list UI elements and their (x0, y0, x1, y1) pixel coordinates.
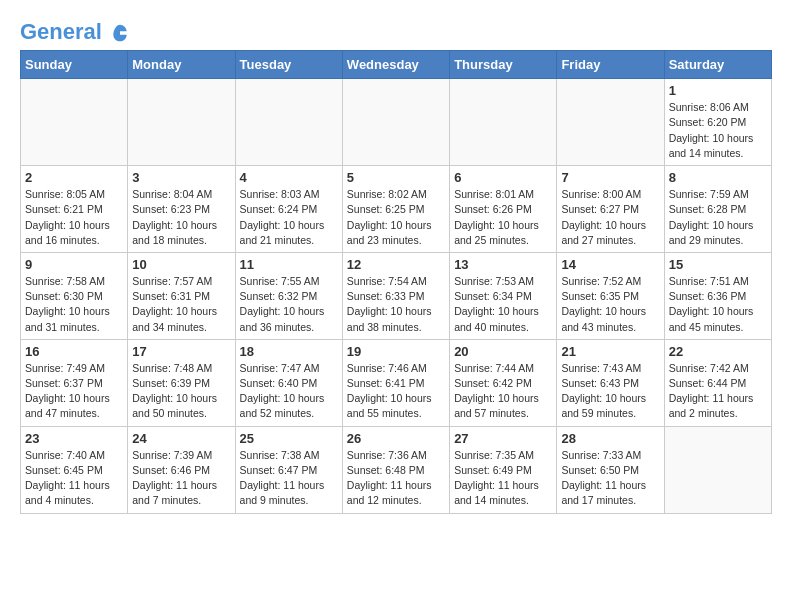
calendar-cell: 5Sunrise: 8:02 AM Sunset: 6:25 PM Daylig… (342, 166, 449, 253)
day-info: Sunrise: 7:47 AM Sunset: 6:40 PM Dayligh… (240, 361, 338, 422)
day-number: 3 (132, 170, 230, 185)
calendar-cell: 11Sunrise: 7:55 AM Sunset: 6:32 PM Dayli… (235, 252, 342, 339)
day-info: Sunrise: 7:33 AM Sunset: 6:50 PM Dayligh… (561, 448, 659, 509)
day-info: Sunrise: 8:04 AM Sunset: 6:23 PM Dayligh… (132, 187, 230, 248)
calendar-cell: 19Sunrise: 7:46 AM Sunset: 6:41 PM Dayli… (342, 339, 449, 426)
day-info: Sunrise: 8:01 AM Sunset: 6:26 PM Dayligh… (454, 187, 552, 248)
day-info: Sunrise: 7:42 AM Sunset: 6:44 PM Dayligh… (669, 361, 767, 422)
logo-icon (110, 23, 130, 43)
week-row-2: 2Sunrise: 8:05 AM Sunset: 6:21 PM Daylig… (21, 166, 772, 253)
calendar-cell: 18Sunrise: 7:47 AM Sunset: 6:40 PM Dayli… (235, 339, 342, 426)
calendar-cell: 17Sunrise: 7:48 AM Sunset: 6:39 PM Dayli… (128, 339, 235, 426)
week-row-4: 16Sunrise: 7:49 AM Sunset: 6:37 PM Dayli… (21, 339, 772, 426)
day-number: 17 (132, 344, 230, 359)
day-number: 23 (25, 431, 123, 446)
day-number: 2 (25, 170, 123, 185)
day-info: Sunrise: 8:00 AM Sunset: 6:27 PM Dayligh… (561, 187, 659, 248)
day-number: 9 (25, 257, 123, 272)
day-info: Sunrise: 7:57 AM Sunset: 6:31 PM Dayligh… (132, 274, 230, 335)
calendar-cell: 6Sunrise: 8:01 AM Sunset: 6:26 PM Daylig… (450, 166, 557, 253)
day-info: Sunrise: 7:35 AM Sunset: 6:49 PM Dayligh… (454, 448, 552, 509)
calendar-cell (235, 79, 342, 166)
day-number: 16 (25, 344, 123, 359)
calendar-header: SundayMondayTuesdayWednesdayThursdayFrid… (21, 51, 772, 79)
day-number: 18 (240, 344, 338, 359)
header-day-saturday: Saturday (664, 51, 771, 79)
calendar-cell: 3Sunrise: 8:04 AM Sunset: 6:23 PM Daylig… (128, 166, 235, 253)
day-info: Sunrise: 8:06 AM Sunset: 6:20 PM Dayligh… (669, 100, 767, 161)
header-row: SundayMondayTuesdayWednesdayThursdayFrid… (21, 51, 772, 79)
day-number: 20 (454, 344, 552, 359)
header-day-thursday: Thursday (450, 51, 557, 79)
day-number: 7 (561, 170, 659, 185)
calendar-cell (664, 426, 771, 513)
day-info: Sunrise: 7:39 AM Sunset: 6:46 PM Dayligh… (132, 448, 230, 509)
calendar-cell: 14Sunrise: 7:52 AM Sunset: 6:35 PM Dayli… (557, 252, 664, 339)
calendar-cell: 27Sunrise: 7:35 AM Sunset: 6:49 PM Dayli… (450, 426, 557, 513)
calendar-cell: 16Sunrise: 7:49 AM Sunset: 6:37 PM Dayli… (21, 339, 128, 426)
day-number: 28 (561, 431, 659, 446)
day-number: 25 (240, 431, 338, 446)
week-row-5: 23Sunrise: 7:40 AM Sunset: 6:45 PM Dayli… (21, 426, 772, 513)
header-day-tuesday: Tuesday (235, 51, 342, 79)
day-info: Sunrise: 8:05 AM Sunset: 6:21 PM Dayligh… (25, 187, 123, 248)
calendar-cell: 2Sunrise: 8:05 AM Sunset: 6:21 PM Daylig… (21, 166, 128, 253)
day-number: 8 (669, 170, 767, 185)
calendar-cell: 10Sunrise: 7:57 AM Sunset: 6:31 PM Dayli… (128, 252, 235, 339)
calendar-table: SundayMondayTuesdayWednesdayThursdayFrid… (20, 50, 772, 513)
day-number: 15 (669, 257, 767, 272)
day-number: 14 (561, 257, 659, 272)
logo: General (20, 20, 130, 40)
day-info: Sunrise: 7:36 AM Sunset: 6:48 PM Dayligh… (347, 448, 445, 509)
logo-text: General (20, 20, 130, 44)
day-info: Sunrise: 7:44 AM Sunset: 6:42 PM Dayligh… (454, 361, 552, 422)
day-number: 6 (454, 170, 552, 185)
day-info: Sunrise: 8:02 AM Sunset: 6:25 PM Dayligh… (347, 187, 445, 248)
calendar-cell: 20Sunrise: 7:44 AM Sunset: 6:42 PM Dayli… (450, 339, 557, 426)
page-header: General (20, 20, 772, 40)
day-number: 26 (347, 431, 445, 446)
calendar-cell: 24Sunrise: 7:39 AM Sunset: 6:46 PM Dayli… (128, 426, 235, 513)
day-info: Sunrise: 7:48 AM Sunset: 6:39 PM Dayligh… (132, 361, 230, 422)
week-row-3: 9Sunrise: 7:58 AM Sunset: 6:30 PM Daylig… (21, 252, 772, 339)
calendar-cell: 8Sunrise: 7:59 AM Sunset: 6:28 PM Daylig… (664, 166, 771, 253)
day-number: 24 (132, 431, 230, 446)
day-number: 27 (454, 431, 552, 446)
header-day-sunday: Sunday (21, 51, 128, 79)
calendar-cell (450, 79, 557, 166)
calendar-cell: 1Sunrise: 8:06 AM Sunset: 6:20 PM Daylig… (664, 79, 771, 166)
day-info: Sunrise: 7:49 AM Sunset: 6:37 PM Dayligh… (25, 361, 123, 422)
calendar-cell: 9Sunrise: 7:58 AM Sunset: 6:30 PM Daylig… (21, 252, 128, 339)
calendar-cell (128, 79, 235, 166)
day-info: Sunrise: 7:51 AM Sunset: 6:36 PM Dayligh… (669, 274, 767, 335)
day-info: Sunrise: 7:55 AM Sunset: 6:32 PM Dayligh… (240, 274, 338, 335)
calendar-cell: 4Sunrise: 8:03 AM Sunset: 6:24 PM Daylig… (235, 166, 342, 253)
day-info: Sunrise: 7:59 AM Sunset: 6:28 PM Dayligh… (669, 187, 767, 248)
day-number: 21 (561, 344, 659, 359)
calendar-cell: 28Sunrise: 7:33 AM Sunset: 6:50 PM Dayli… (557, 426, 664, 513)
day-number: 12 (347, 257, 445, 272)
calendar-cell (342, 79, 449, 166)
day-info: Sunrise: 7:53 AM Sunset: 6:34 PM Dayligh… (454, 274, 552, 335)
day-info: Sunrise: 7:46 AM Sunset: 6:41 PM Dayligh… (347, 361, 445, 422)
calendar-cell: 13Sunrise: 7:53 AM Sunset: 6:34 PM Dayli… (450, 252, 557, 339)
calendar-cell: 26Sunrise: 7:36 AM Sunset: 6:48 PM Dayli… (342, 426, 449, 513)
calendar-cell: 25Sunrise: 7:38 AM Sunset: 6:47 PM Dayli… (235, 426, 342, 513)
day-number: 11 (240, 257, 338, 272)
day-number: 13 (454, 257, 552, 272)
header-day-friday: Friday (557, 51, 664, 79)
day-info: Sunrise: 7:38 AM Sunset: 6:47 PM Dayligh… (240, 448, 338, 509)
day-info: Sunrise: 7:43 AM Sunset: 6:43 PM Dayligh… (561, 361, 659, 422)
calendar-cell: 22Sunrise: 7:42 AM Sunset: 6:44 PM Dayli… (664, 339, 771, 426)
week-row-1: 1Sunrise: 8:06 AM Sunset: 6:20 PM Daylig… (21, 79, 772, 166)
calendar-cell (557, 79, 664, 166)
day-info: Sunrise: 7:40 AM Sunset: 6:45 PM Dayligh… (25, 448, 123, 509)
header-day-wednesday: Wednesday (342, 51, 449, 79)
day-number: 22 (669, 344, 767, 359)
day-number: 5 (347, 170, 445, 185)
day-number: 10 (132, 257, 230, 272)
day-number: 19 (347, 344, 445, 359)
day-number: 4 (240, 170, 338, 185)
day-number: 1 (669, 83, 767, 98)
day-info: Sunrise: 8:03 AM Sunset: 6:24 PM Dayligh… (240, 187, 338, 248)
